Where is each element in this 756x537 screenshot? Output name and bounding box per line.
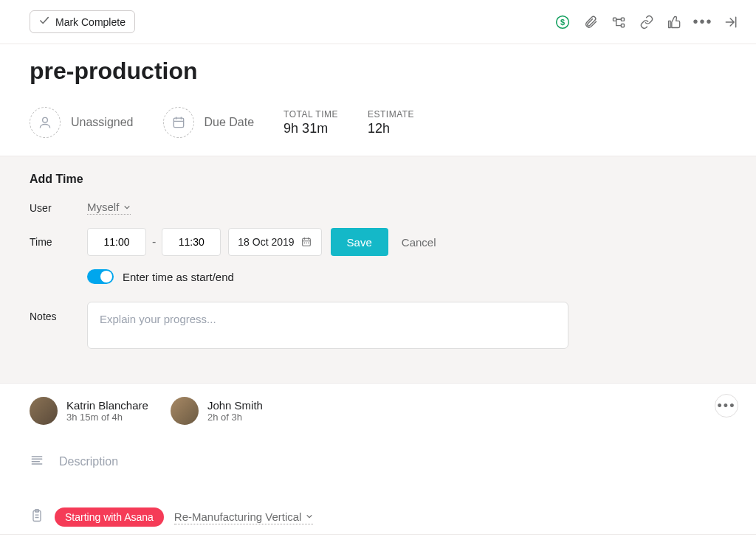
more-options-button[interactable]: •••: [715, 394, 738, 418]
dollar-icon[interactable]: $: [555, 15, 570, 30]
estimate-value: 12h: [368, 121, 414, 136]
paragraph-icon: [30, 453, 44, 471]
collapse-icon[interactable]: [724, 15, 738, 30]
chevron-down-icon: [306, 513, 313, 520]
calendar-icon: [163, 107, 194, 138]
contributor-name: John Smith: [207, 399, 263, 412]
avatar: [171, 397, 199, 425]
total-time-stat: TOTAL TIME 9h 31m: [284, 109, 338, 136]
user-select-value: Myself: [87, 201, 119, 213]
due-date-field[interactable]: Due Date: [163, 107, 255, 138]
contributor-time: 3h 15m of 4h: [66, 412, 148, 423]
estimate-label: ESTIMATE: [368, 109, 414, 119]
avatar: [30, 397, 58, 425]
notes-input[interactable]: [87, 302, 568, 349]
svg-rect-10: [308, 243, 309, 243]
check-icon: [39, 15, 49, 28]
svg-point-5: [43, 117, 48, 122]
project-tag-secondary[interactable]: Re-Manufacturing Vertical: [174, 510, 314, 524]
contributor-name: Katrin Blanchare: [66, 399, 148, 412]
svg-rect-6: [173, 118, 183, 128]
time-separator: -: [152, 235, 156, 249]
svg-rect-9: [306, 243, 306, 243]
save-button[interactable]: Save: [331, 228, 388, 256]
svg-rect-3: [621, 18, 624, 21]
estimate-stat: ESTIMATE 12h: [368, 109, 414, 136]
assignee-label: Unassigned: [71, 116, 134, 129]
total-time-label: TOTAL TIME: [284, 109, 338, 119]
date-value: 18 Oct 2019: [238, 236, 294, 248]
calendar-icon: [300, 236, 312, 248]
user-label: User: [30, 202, 87, 214]
project-tag-secondary-label: Re-Manufacturing Vertical: [174, 510, 302, 523]
subtask-icon[interactable]: [611, 15, 626, 30]
person-icon: [30, 107, 61, 138]
svg-text:$: $: [560, 17, 565, 26]
clipboard-icon: [30, 508, 44, 526]
chevron-down-icon: [123, 204, 131, 211]
add-time-heading: Add Time: [30, 173, 726, 186]
time-label: Time: [30, 236, 87, 248]
due-date-label: Due Date: [205, 116, 255, 129]
contributor-item: John Smith 2h of 3h: [171, 397, 263, 425]
start-end-toggle[interactable]: [87, 269, 114, 284]
link-icon[interactable]: [639, 15, 654, 30]
date-picker[interactable]: 18 Oct 2019: [228, 228, 321, 256]
assignee-field[interactable]: Unassigned: [30, 107, 134, 138]
svg-rect-7: [302, 238, 310, 246]
more-icon[interactable]: •••: [695, 15, 710, 30]
contributor-item: Katrin Blanchare 3h 15m of 4h: [30, 397, 148, 425]
like-icon[interactable]: [667, 15, 682, 30]
contributor-time: 2h of 3h: [207, 412, 263, 423]
total-time-value: 9h 31m: [284, 121, 338, 136]
mark-complete-label: Mark Complete: [55, 16, 126, 28]
user-select[interactable]: Myself: [87, 201, 131, 215]
time-start-input[interactable]: [87, 228, 146, 256]
attachment-icon[interactable]: [583, 15, 598, 30]
notes-label: Notes: [30, 302, 87, 322]
task-title[interactable]: pre-production: [30, 58, 726, 85]
svg-rect-8: [303, 243, 304, 243]
toggle-label: Enter time as start/end: [123, 271, 234, 283]
cancel-button[interactable]: Cancel: [402, 236, 436, 249]
svg-rect-4: [621, 24, 624, 27]
description-field[interactable]: Description: [59, 455, 118, 468]
time-end-input[interactable]: [162, 228, 221, 256]
mark-complete-button[interactable]: Mark Complete: [30, 10, 135, 33]
project-tag-primary[interactable]: Starting with Asana: [55, 507, 164, 527]
